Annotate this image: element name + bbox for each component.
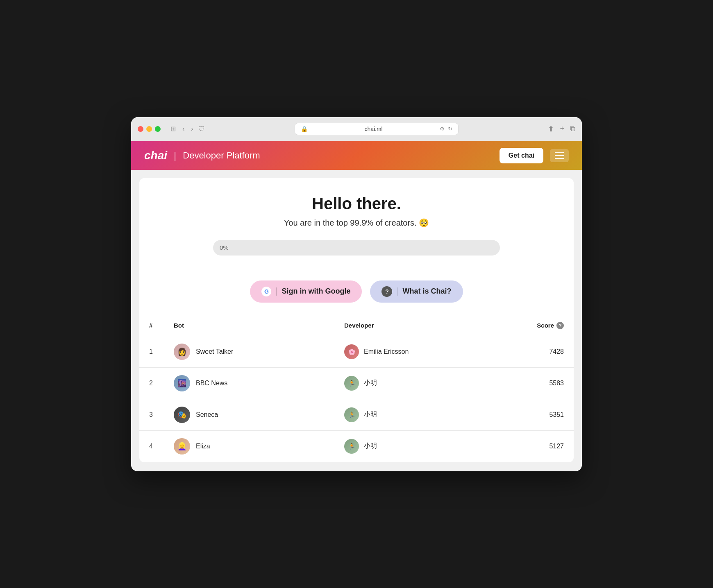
traffic-lights <box>138 126 161 132</box>
google-signin-button[interactable]: G Sign in with Google <box>250 280 362 303</box>
progress-label: 0% <box>220 244 229 251</box>
dev-avatar-3: 🏃 <box>344 407 359 422</box>
dev-avatar-1: 🌸 <box>344 344 359 359</box>
hamburger-line-3 <box>555 158 564 159</box>
bot-column-header: Bot <box>174 322 344 329</box>
bot-name-4: Eliza <box>196 443 210 450</box>
leaderboard-section: # Bot Developer Score ? 1 👩 Sweet Talker <box>139 315 574 462</box>
browser-controls: ⊞ ‹ › 🛡 <box>169 124 205 133</box>
score-3: 5351 <box>515 411 564 418</box>
bot-avatar-1: 👩 <box>174 344 190 360</box>
bot-cell-2: 🌆 BBC News <box>174 375 344 391</box>
dev-avatar-2: 🏃 <box>344 376 359 391</box>
shield-icon: 🛡 <box>198 125 205 133</box>
hamburger-menu-button[interactable] <box>550 149 569 162</box>
developer-cell-3: 🏃 小明 <box>344 407 515 422</box>
hamburger-line-1 <box>555 152 564 153</box>
minimize-button[interactable] <box>146 126 152 132</box>
rank-1: 1 <box>149 348 174 355</box>
page-header: chai | Developer Platform Get chai <box>131 141 582 170</box>
brand-divider: | <box>174 150 176 161</box>
hero-section: Hello there. You are in the top 99.9% of… <box>139 178 574 268</box>
browser-actions: ⬆ + ⧉ <box>548 124 575 133</box>
browser-titlebar: ⊞ ‹ › 🛡 🔒 chai.ml ⚙ ↻ ⬆ + ⧉ <box>131 117 582 141</box>
close-button[interactable] <box>138 126 143 132</box>
bot-avatar-3: 🎭 <box>174 407 190 423</box>
developer-cell-4: 🏃 小明 <box>344 439 515 454</box>
hamburger-line-2 <box>555 155 564 156</box>
developer-column-header: Developer <box>344 322 515 329</box>
brand-subtitle: Developer Platform <box>183 150 260 161</box>
what-is-chai-label: What is Chai? <box>402 287 451 296</box>
url-display: chai.ml <box>311 126 436 132</box>
button-divider-2 <box>397 287 397 296</box>
score-label: Score <box>537 322 554 329</box>
action-section: G Sign in with Google ? What is Chai? <box>139 268 574 315</box>
button-divider <box>276 287 277 296</box>
developer-cell-2: 🏃 小明 <box>344 376 515 391</box>
table-row: 1 👩 Sweet Talker 🌸 Emilia Ericsson 7428 <box>139 336 574 368</box>
rank-4: 4 <box>149 443 174 450</box>
dev-name-4: 小明 <box>364 442 377 450</box>
rank-3: 3 <box>149 411 174 418</box>
get-chai-button[interactable]: Get chai <box>500 148 543 163</box>
developer-cell-1: 🌸 Emilia Ericsson <box>344 344 515 359</box>
main-card: Hello there. You are in the top 99.9% of… <box>139 178 574 462</box>
bot-avatar-2: 🌆 <box>174 375 190 391</box>
google-icon: G <box>261 287 271 296</box>
hero-subtitle: You are in the top 99.9% of creators. 🥺 <box>152 218 561 228</box>
browser-window: ⊞ ‹ › 🛡 🔒 chai.ml ⚙ ↻ ⬆ + ⧉ chai | Devel… <box>131 117 582 471</box>
table-row: 4 👱‍♀️ Eliza 🏃 小明 5127 <box>139 431 574 462</box>
tabs-icon[interactable]: ⧉ <box>570 124 575 133</box>
header-actions: Get chai <box>500 148 569 163</box>
new-tab-icon[interactable]: + <box>560 124 564 133</box>
lock-icon: 🔒 <box>301 126 308 132</box>
rank-2: 2 <box>149 380 174 387</box>
table-header: # Bot Developer Score ? <box>139 315 574 336</box>
bot-avatar-4: 👱‍♀️ <box>174 438 190 455</box>
dev-name-3: 小明 <box>364 410 377 419</box>
dev-name-1: Emilia Ericsson <box>364 348 409 355</box>
progress-bar-container: 0% <box>213 240 500 256</box>
google-signin-label: Sign in with Google <box>282 287 350 296</box>
bot-name-1: Sweet Talker <box>196 348 233 355</box>
table-row: 2 🌆 BBC News 🏃 小明 5583 <box>139 368 574 399</box>
table-row: 3 🎭 Seneca 🏃 小明 5351 <box>139 399 574 431</box>
maximize-button[interactable] <box>155 126 161 132</box>
dev-name-2: 小明 <box>364 379 377 387</box>
score-2: 5583 <box>515 380 564 387</box>
reload-button[interactable]: ↻ <box>448 126 452 132</box>
rank-column-header: # <box>149 322 174 329</box>
forward-button[interactable]: › <box>189 124 195 133</box>
brand: chai | Developer Platform <box>144 149 260 162</box>
bot-cell-3: 🎭 Seneca <box>174 407 344 423</box>
score-help-icon[interactable]: ? <box>556 322 564 329</box>
address-bar[interactable]: 🔒 chai.ml ⚙ ↻ <box>295 123 459 135</box>
back-button[interactable]: ‹ <box>181 124 186 133</box>
bot-name-3: Seneca <box>196 411 218 418</box>
translate-icon: ⚙ <box>440 126 445 132</box>
bot-cell-1: 👩 Sweet Talker <box>174 344 344 360</box>
dev-avatar-4: 🏃 <box>344 439 359 454</box>
bot-name-2: BBC News <box>196 380 227 387</box>
sidebar-toggle-button[interactable]: ⊞ <box>169 124 177 133</box>
score-4: 5127 <box>515 443 564 450</box>
score-1: 7428 <box>515 348 564 355</box>
hero-title: Hello there. <box>152 194 561 213</box>
score-column-header: Score ? <box>515 322 564 329</box>
page-content: Hello there. You are in the top 99.9% of… <box>131 170 582 471</box>
bot-cell-4: 👱‍♀️ Eliza <box>174 438 344 455</box>
share-icon[interactable]: ⬆ <box>548 124 554 133</box>
what-is-chai-button[interactable]: ? What is Chai? <box>370 280 463 303</box>
question-icon: ? <box>381 286 392 297</box>
brand-name: chai <box>144 149 167 162</box>
